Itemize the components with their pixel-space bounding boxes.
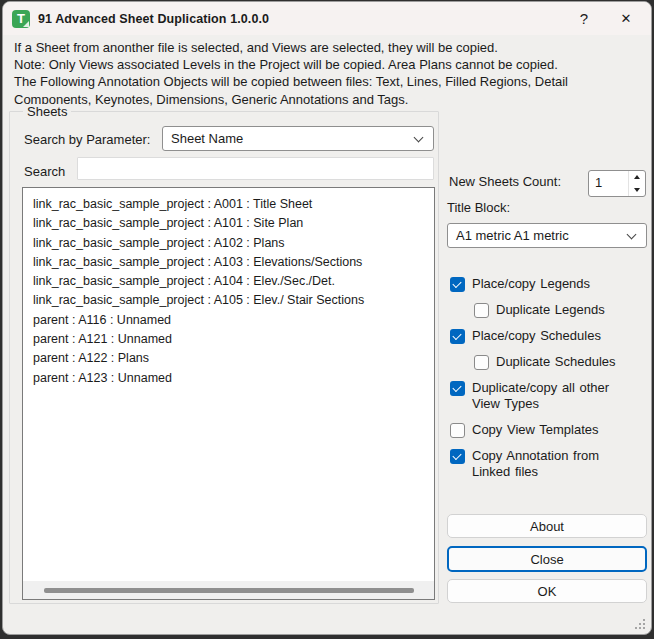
checkbox-row[interactable]: Duplicate Schedules bbox=[474, 354, 652, 370]
intro-text: If a Sheet from anonther file is selecte… bbox=[14, 39, 636, 108]
scrollbar-thumb[interactable] bbox=[44, 588, 414, 593]
stepper-buttons bbox=[628, 171, 645, 196]
list-item[interactable]: parent : A121 : Unnamed bbox=[33, 330, 434, 349]
checkbox-label: Place/copy Legends bbox=[472, 276, 590, 292]
checkbox-checked-icon[interactable] bbox=[450, 329, 465, 344]
checkbox-label: Duplicate Legends bbox=[496, 302, 605, 318]
new-sheets-count-stepper[interactable]: 1 bbox=[588, 170, 646, 197]
search-label: Search bbox=[24, 164, 65, 179]
checkbox-row[interactable]: Duplicate/copy all other View Types bbox=[450, 380, 652, 412]
help-button[interactable]: ? bbox=[569, 6, 599, 32]
checkbox-unchecked-icon[interactable] bbox=[474, 355, 489, 370]
dialog-window: T 91 Advanced Sheet Duplication 1.0.0.0 … bbox=[2, 1, 652, 635]
new-sheets-count-value[interactable]: 1 bbox=[589, 171, 628, 196]
about-button[interactable]: About bbox=[447, 514, 647, 538]
new-sheets-count-label: New Sheets Count: bbox=[449, 174, 561, 189]
horizontal-scrollbar[interactable] bbox=[23, 581, 434, 599]
search-input[interactable] bbox=[77, 157, 434, 180]
app-icon-letter: T bbox=[17, 11, 25, 26]
close-button[interactable]: Close bbox=[447, 546, 647, 572]
title-block-dropdown[interactable]: A1 metric A1 metric bbox=[447, 223, 647, 248]
list-item[interactable]: link_rac_basic_sample_project : A102 : P… bbox=[33, 234, 434, 253]
checkbox-unchecked-icon[interactable] bbox=[450, 423, 465, 438]
chevron-down-icon bbox=[414, 133, 424, 143]
intro-line-2: Note: Only Views associated Levels in th… bbox=[14, 56, 636, 73]
checkbox-checked-icon[interactable] bbox=[450, 277, 465, 292]
chevron-down-icon bbox=[627, 230, 637, 240]
parameter-dropdown-value: Sheet Name bbox=[171, 131, 243, 146]
checkbox-label: Duplicate/copy all other View Types bbox=[472, 380, 634, 412]
list-item[interactable]: link_rac_basic_sample_project : A103 : E… bbox=[33, 253, 434, 272]
intro-line-3: The Following Annotation Objects will be… bbox=[14, 73, 636, 107]
checkbox-label: Copy Annotation from Linked files bbox=[472, 448, 634, 480]
checkbox-row[interactable]: Copy Annotation from Linked files bbox=[450, 448, 652, 480]
stepper-up-icon[interactable] bbox=[629, 171, 645, 184]
list-item[interactable]: parent : A123 : Unnamed bbox=[33, 369, 434, 388]
parameter-dropdown[interactable]: Sheet Name bbox=[162, 126, 434, 151]
checkbox-row[interactable]: Place/copy Legends bbox=[450, 276, 652, 292]
titlebar: T 91 Advanced Sheet Duplication 1.0.0.0 … bbox=[3, 2, 651, 35]
stepper-down-icon[interactable] bbox=[629, 184, 645, 197]
list-item[interactable]: link_rac_basic_sample_project : A105 : E… bbox=[33, 291, 434, 310]
resize-grip-icon[interactable] bbox=[635, 618, 646, 629]
checkbox-row[interactable]: Place/copy Schedules bbox=[450, 328, 652, 344]
checkbox-label: Place/copy Schedules bbox=[472, 328, 601, 344]
checkbox-unchecked-icon[interactable] bbox=[474, 303, 489, 318]
list-item[interactable]: link_rac_basic_sample_project : A001 : T… bbox=[33, 195, 434, 214]
checkbox-row[interactable]: Duplicate Legends bbox=[474, 302, 652, 318]
checkbox-checked-icon[interactable] bbox=[450, 449, 465, 464]
list-item[interactable]: link_rac_basic_sample_project : A104 : E… bbox=[33, 272, 434, 291]
checkbox-checked-icon[interactable] bbox=[450, 381, 465, 396]
title-block-dropdown-value: A1 metric A1 metric bbox=[456, 228, 569, 243]
window-close-icon[interactable]: ✕ bbox=[611, 6, 641, 32]
checkbox-label: Copy View Templates bbox=[472, 422, 599, 438]
sheets-group-title: Sheets bbox=[23, 104, 71, 119]
sheets-groupbox: Sheets Search by Parameter: Sheet Name S… bbox=[9, 111, 439, 604]
checkbox-label: Duplicate Schedules bbox=[496, 354, 616, 370]
checkbox-row[interactable]: Copy View Templates bbox=[450, 422, 652, 438]
title-block-label: Title Block: bbox=[447, 200, 510, 215]
sheet-listbox: link_rac_basic_sample_project : A001 : T… bbox=[22, 187, 435, 600]
window-title: 91 Advanced Sheet Duplication 1.0.0.0 bbox=[38, 12, 269, 26]
sheet-list: link_rac_basic_sample_project : A001 : T… bbox=[23, 188, 434, 388]
search-by-parameter-label: Search by Parameter: bbox=[24, 132, 150, 147]
app-icon: T bbox=[12, 10, 30, 28]
options-checkboxes: Place/copy LegendsDuplicate LegendsPlace… bbox=[450, 276, 652, 480]
intro-line-1: If a Sheet from anonther file is selecte… bbox=[14, 39, 636, 56]
list-item[interactable]: link_rac_basic_sample_project : A101 : S… bbox=[33, 214, 434, 233]
ok-button[interactable]: OK bbox=[447, 579, 647, 603]
list-item[interactable]: parent : A122 : Plans bbox=[33, 349, 434, 368]
list-item[interactable]: parent : A116 : Unnamed bbox=[33, 311, 434, 330]
